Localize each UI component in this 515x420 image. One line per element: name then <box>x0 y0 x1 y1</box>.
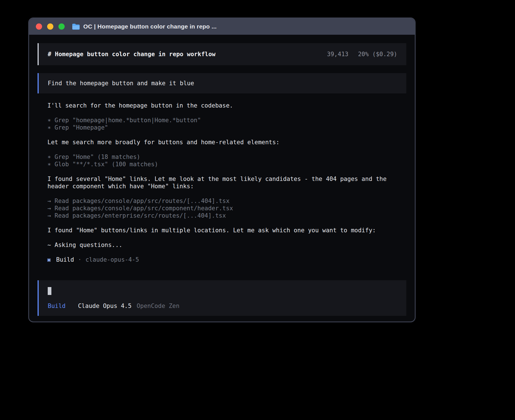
terminal-window: OC | Homepage button color change in rep… <box>28 18 416 322</box>
separator-dot: · <box>78 256 82 263</box>
window-titlebar[interactable]: OC | Homepage button color change in rep… <box>29 18 415 35</box>
terminal-content: # Homepage button color change in repo w… <box>29 35 415 322</box>
provider-name: OpenCode Zen <box>137 302 180 310</box>
agent-name: Build <box>56 256 74 263</box>
tool-call-grep[interactable]: ∗ Grep "Home" (18 matches) <box>47 153 401 161</box>
user-message-text: Find the homepage button and make it blu… <box>48 80 194 87</box>
tool-call-glob[interactable]: ∗ Glob "**/*.tsx" (100 matches) <box>47 161 401 168</box>
shortcut-key: tab <box>304 321 315 322</box>
traffic-lights <box>36 23 65 30</box>
spinner-dots-icon: ········· <box>39 320 83 322</box>
shortcut-label: commands <box>376 321 405 322</box>
model-name[interactable]: Claude Opus 4.5 <box>78 302 132 310</box>
tool-call-read[interactable]: → Read packages/console/app/src/routes/[… <box>47 197 401 205</box>
close-button[interactable] <box>36 23 42 30</box>
token-count: 39,413 <box>327 51 348 58</box>
assistant-status-text: ~ Asking questions... <box>47 241 401 249</box>
tool-call-grep[interactable]: ∗ Grep "homepage|home.*button|Home.*butt… <box>47 117 401 124</box>
shortcut-key: ctrl+p <box>351 321 372 322</box>
tool-call-read[interactable]: → Read packages/enterprise/src/routes/[.… <box>47 212 401 219</box>
shortcut-key: ctrl+t <box>239 321 261 322</box>
assistant-text: Let me search more broadly for buttons a… <box>47 139 401 146</box>
assistant-text: I found "Home" buttons/links in multiple… <box>47 227 401 234</box>
tool-call-read[interactable]: → Read packages/console/app/src/componen… <box>47 205 401 212</box>
shortcut-label: variants <box>264 321 293 322</box>
agent-model: claude-opus-4-5 <box>86 256 139 263</box>
status-footer: ········· esc interrupt ctrl+t variants … <box>38 316 406 322</box>
shortcut-commands[interactable]: ctrl+p commands <box>351 320 405 322</box>
user-message: Find the homepage button and make it blu… <box>38 73 406 93</box>
minimize-button[interactable] <box>47 23 53 30</box>
build-part-icon: ▣ <box>47 256 51 263</box>
shortcut-label: interrupt <box>106 321 138 322</box>
session-header: # Homepage button color change in repo w… <box>38 43 406 65</box>
text-cursor <box>48 287 51 295</box>
session-title: # Homepage button color change in repo w… <box>48 51 215 58</box>
zoom-button[interactable] <box>58 23 65 30</box>
shortcut-key: esc <box>91 321 102 322</box>
shortcut-agents[interactable]: tab agents <box>304 320 340 322</box>
mode-indicator[interactable]: Build <box>48 302 66 310</box>
session-stats: 39,413 20% ($0.29) <box>327 51 397 58</box>
shortcut-variants[interactable]: ctrl+t variants <box>239 320 293 322</box>
prompt-input[interactable]: Build Claude Opus 4.5 OpenCode Zen <box>38 280 406 316</box>
context-cost: 20% ($0.29) <box>358 51 397 58</box>
assistant-text: I'll search for the homepage button in t… <box>47 102 401 109</box>
input-status-bar: Build Claude Opus 4.5 OpenCode Zen <box>48 302 397 310</box>
assistant-text: I found several "Home" links. Let me loo… <box>47 175 401 190</box>
agent-status-line: ▣ Build · claude-opus-4-5 <box>47 256 401 263</box>
tool-call-grep[interactable]: ∗ Grep "Homepage" <box>47 124 401 131</box>
folder-icon <box>72 23 80 30</box>
shortcut-interrupt[interactable]: esc interrupt <box>91 320 138 322</box>
window-title: OC | Homepage button color change in rep… <box>83 23 217 30</box>
shortcut-label: agents <box>318 321 340 322</box>
assistant-transcript: I'll search for the homepage button in t… <box>38 102 406 271</box>
